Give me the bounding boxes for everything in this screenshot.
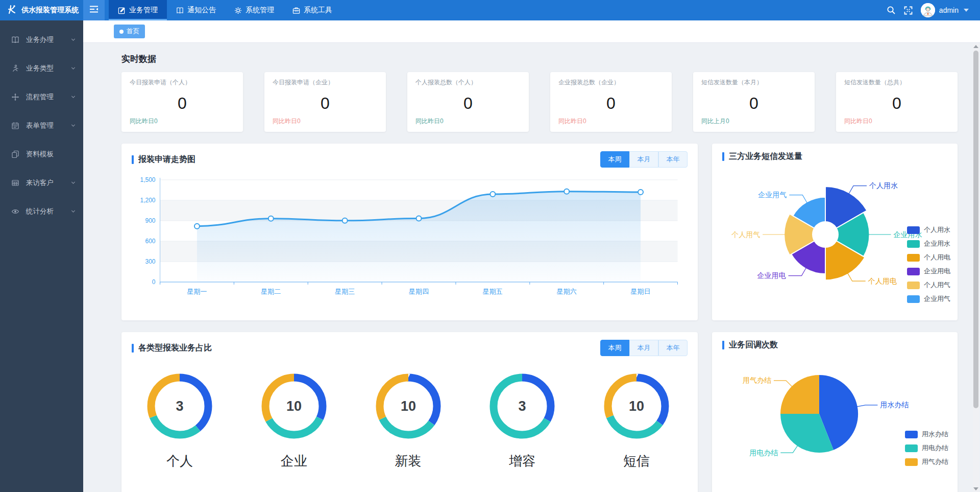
scrollbar-thumb[interactable] [973,51,978,408]
panel-trend-title: 报装申请走势图 [132,154,195,165]
move-icon [11,93,19,101]
nav-item-2[interactable]: 通知公告 [167,0,225,20]
legend-item-企业用电[interactable]: 企业用电 [907,267,950,276]
svg-text:1,200: 1,200 [140,197,155,204]
sidebar-collapse-button[interactable] [83,0,105,20]
sidebar-item-7[interactable]: 统计分析 [0,197,83,226]
range-button-本年[interactable]: 本年 [658,151,688,168]
main-area: 首页 实时数据 今日报装申请（个人）0同比昨日0今日报装申请（企业）0同比昨日0… [83,20,980,492]
stat-value: 0 [701,94,806,113]
donut-label: 短信 [623,452,650,470]
top-navbar: 供水报装管理系统 业务管理通知公告系统管理系统工具 admin [0,0,980,20]
svg-text:星期二: 星期二 [261,288,281,295]
panel-ratio: 各类型报装业务占比 本周本月本年 3个人10企业10新装3增容10短信 [121,332,698,492]
range-button-本周[interactable]: 本周 [600,151,629,168]
nav-item-4[interactable]: 系统工具 [283,0,341,20]
content: 实时数据 今日报装申请（个人）0同比昨日0今日报装申请（企业）0同比昨日0个人报… [83,43,980,492]
tab-home[interactable]: 首页 [114,25,145,38]
legend-swatch [907,282,920,289]
row-charts-top: 报装申请走势图 本周本月本年 03006009001,2001,500星期一星期… [121,144,958,320]
nav-item-label: 通知公告 [187,6,216,15]
sidebar-item-4[interactable]: 表单管理 [0,111,83,140]
legend-item-个人用水[interactable]: 个人用水 [907,225,950,235]
stat-card-3: 个人报装总数（个人）0同比昨日0 [407,72,529,132]
legend-item-企业用水[interactable]: 企业用水 [907,239,950,248]
app-title: 供水报装管理系统 [21,6,79,15]
panel-sms-title: 三方业务短信发送量 [722,151,802,162]
stat-card-6: 短信发送数量（总共）0同比昨日0 [836,72,958,132]
svg-text:星期日: 星期日 [631,288,651,295]
svg-text:3: 3 [519,399,526,414]
stat-value: 0 [844,94,949,113]
search-icon[interactable] [887,6,896,15]
sidebar-item-5[interactable]: 资料模板 [0,140,83,169]
stat-trend: 同比昨日0 [273,117,301,126]
legend-swatch [905,444,918,452]
donut-label: 新装 [395,452,422,470]
fullscreen-icon[interactable] [904,6,913,15]
sidebar-item-6[interactable]: 来访客户 [0,169,83,197]
panel-trend: 报装申请走势图 本周本月本年 03006009001,2001,500星期一星期… [121,144,698,320]
tab-label: 首页 [127,27,139,36]
stat-value: 0 [415,94,521,113]
legend-item-个人用电[interactable]: 个人用电 [907,253,950,262]
nav-item-1[interactable]: 业务管理 [109,0,167,20]
range-button-本年[interactable]: 本年 [658,340,688,356]
sidebar-item-2[interactable]: 业务类型 [0,54,83,83]
stat-trend: 同比昨日0 [415,117,444,126]
svg-text:3: 3 [176,399,183,414]
svg-text:10: 10 [286,399,302,414]
row-charts-bottom: 各类型报装业务占比 本周本月本年 3个人10企业10新装3增容10短信 业务回调… [121,332,958,492]
svg-text:10: 10 [629,399,644,414]
panel-ratio-title: 各类型报装业务占比 [132,343,212,354]
svg-text:星期三: 星期三 [335,288,355,295]
legend-item-用水办结[interactable]: 用水办结 [905,430,948,439]
chevron-down-icon [70,93,76,101]
svg-text:企业用气: 企业用气 [758,191,787,199]
scroll-up-icon[interactable] [973,45,978,48]
range-button-本月[interactable]: 本月 [629,151,658,168]
legend-item-用电办结[interactable]: 用电办结 [905,443,948,453]
scroll-down-icon[interactable] [973,487,978,490]
sidebar-item-label: 来访客户 [26,178,54,188]
range-button-本周[interactable]: 本周 [600,340,629,356]
donut-个人: 3个人 [147,373,212,470]
user-menu[interactable]: admin [921,3,969,17]
chevron-down-icon [70,208,76,216]
main-menu: 业务管理通知公告系统管理系统工具 [109,0,341,20]
gear-icon [234,7,242,14]
stat-value: 0 [273,94,378,113]
scrollbar[interactable] [973,43,979,492]
legend-item-企业用气[interactable]: 企业用气 [907,294,950,303]
stat-label: 企业报装总数（企业） [558,78,664,87]
callback-legend: 用水办结用电办结用气办结 [905,430,948,466]
stat-card-1: 今日报装申请（个人）0同比昨日0 [121,72,243,132]
stat-card-row: 今日报装申请（个人）0同比昨日0今日报装申请（企业）0同比昨日0个人报装总数（个… [121,72,958,132]
stat-card-2: 今日报装申请（企业）0同比昨日0 [264,72,386,132]
range-button-本月[interactable]: 本月 [629,340,658,356]
app-logo: 供水报装管理系统 [0,0,83,20]
svg-text:星期一: 星期一 [187,288,207,295]
svg-text:300: 300 [145,258,155,265]
chevron-down-icon [70,36,76,44]
svg-text:用水办结: 用水办结 [880,401,909,409]
legend-swatch [907,295,920,303]
toolbox-icon [292,7,300,14]
stat-label: 短信发送数量（总共） [844,78,949,87]
sidebar-item-3[interactable]: 流程管理 [0,83,83,111]
legend-item-个人用气[interactable]: 个人用气 [907,280,950,290]
stat-card-5: 短信发送数量（本月）0同比上月0 [693,72,815,132]
stat-label: 今日报装申请（个人） [130,78,235,87]
sidebar-item-1[interactable]: 业务办理 [0,26,83,54]
legend-item-用气办结[interactable]: 用气办结 [905,457,948,466]
legend-swatch [907,268,920,275]
chevron-down-icon [964,9,969,12]
trend-range-buttons: 本周本月本年 [600,151,688,168]
stat-trend: 同比上月0 [701,117,729,126]
nav-item-3[interactable]: 系统管理 [225,0,283,20]
donut-label: 增容 [509,452,535,470]
grid-icon [11,179,19,187]
nav-item-label: 业务管理 [129,6,158,15]
tab-bar: 首页 [83,20,980,43]
sidebar-item-label: 业务办理 [26,35,54,44]
